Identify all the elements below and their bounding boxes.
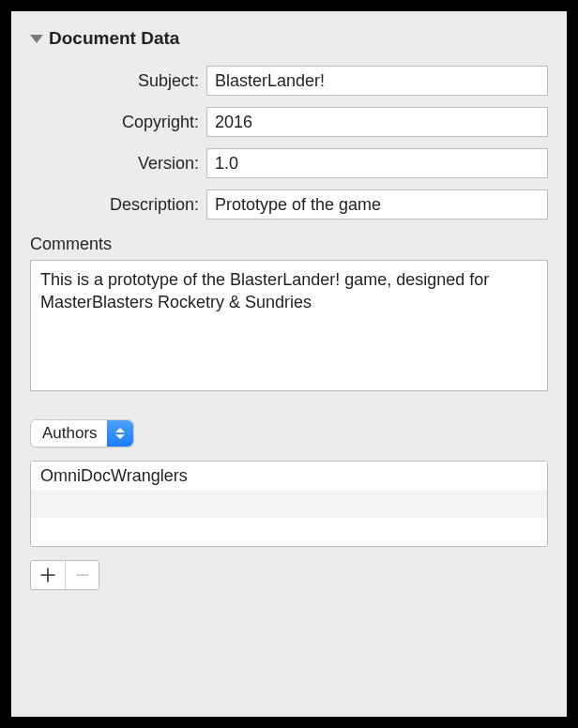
copyright-label: Copyright: [30, 113, 199, 132]
plus-icon [40, 568, 55, 583]
add-button[interactable] [31, 561, 65, 589]
chevron-updown-icon [107, 420, 133, 447]
version-input[interactable] [206, 148, 548, 178]
comments-textarea[interactable] [30, 260, 548, 391]
disclosure-triangle-icon[interactable] [30, 35, 43, 43]
authors-listbox[interactable]: OmniDocWranglers [30, 461, 548, 547]
list-button-bar [30, 560, 99, 590]
section-title: Document Data [49, 28, 179, 49]
authors-select[interactable]: Authors [30, 419, 134, 447]
version-label: Version: [30, 154, 199, 174]
subject-label: Subject: [30, 71, 199, 91]
section-header[interactable]: Document Data [30, 28, 548, 49]
description-label: Description: [30, 195, 199, 215]
copyright-input[interactable] [206, 107, 548, 137]
remove-button [65, 561, 99, 589]
description-input[interactable] [206, 190, 548, 220]
comments-label: Comments [30, 235, 548, 254]
inspector-panel: Document Data Subject: Copyright: Versio… [11, 11, 567, 717]
authors-select-label: Authors [42, 424, 98, 443]
minus-icon [75, 568, 90, 583]
list-item[interactable] [31, 518, 547, 546]
list-item[interactable] [31, 490, 547, 518]
list-item[interactable]: OmniDocWranglers [31, 462, 547, 490]
form-grid: Subject: Copyright: Version: Description… [30, 66, 548, 220]
dropdown-row: Authors [30, 419, 548, 447]
subject-input[interactable] [206, 66, 548, 96]
